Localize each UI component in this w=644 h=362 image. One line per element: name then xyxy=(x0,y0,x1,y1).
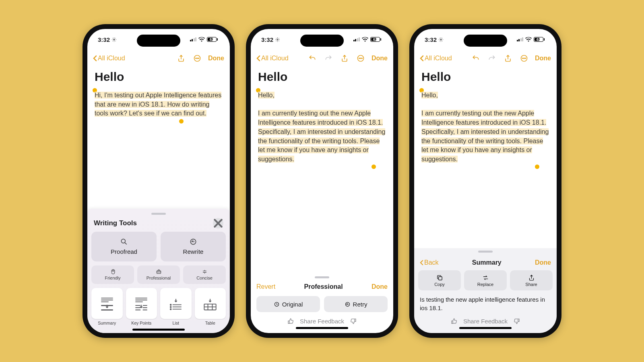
svg-point-21 xyxy=(522,58,523,59)
dynamic-island xyxy=(137,35,180,47)
back-label: All iCloud xyxy=(98,55,125,62)
proofread-button[interactable]: Proofread xyxy=(91,232,157,261)
undo-button[interactable] xyxy=(469,54,483,62)
home-indicator[interactable] xyxy=(296,327,348,329)
location-gear-icon xyxy=(275,37,280,42)
more-button[interactable] xyxy=(354,54,367,62)
sheet-grabber[interactable] xyxy=(151,213,166,215)
replace-button[interactable]: Replace xyxy=(464,270,507,290)
svg-point-10 xyxy=(170,309,171,310)
cell-signal-icon xyxy=(517,37,524,41)
feedback-label[interactable]: Share Feedback xyxy=(463,318,508,325)
retry-button[interactable]: Retry xyxy=(324,296,388,312)
share-button[interactable]: Share xyxy=(510,270,553,290)
summary-icon xyxy=(98,294,116,312)
note-title[interactable]: Hello xyxy=(421,70,549,84)
status-time: 3:32 xyxy=(98,36,110,43)
svg-point-12 xyxy=(277,39,278,40)
done-button[interactable]: Done xyxy=(372,283,388,290)
svg-rect-24 xyxy=(438,276,442,280)
done-button[interactable]: Done xyxy=(533,55,551,62)
more-button[interactable] xyxy=(517,54,531,62)
svg-point-4 xyxy=(198,58,199,59)
svg-point-5 xyxy=(121,239,125,243)
back-button[interactable]: All iCloud xyxy=(93,55,125,62)
wifi-icon xyxy=(362,37,368,42)
share-icon xyxy=(504,54,512,62)
copy-button[interactable]: Copy xyxy=(418,270,461,290)
chevron-left-icon xyxy=(420,260,423,265)
status-time: 3:32 xyxy=(261,36,273,43)
note-selection[interactable]: Hello, I am currently testing out the ne… xyxy=(258,91,386,164)
clock-icon xyxy=(274,301,280,307)
thumbs-up-icon[interactable] xyxy=(287,318,294,325)
done-button[interactable]: Done xyxy=(206,55,224,62)
share-icon xyxy=(528,274,535,281)
back-label: All iCloud xyxy=(425,55,452,62)
battery-indicator: 62 xyxy=(370,37,381,42)
ellipsis-circle-icon xyxy=(357,54,365,62)
sheet-grabber[interactable] xyxy=(478,251,493,253)
svg-point-3 xyxy=(197,58,198,59)
tone-professional-button[interactable]: Professional xyxy=(137,265,180,284)
thumbs-down-icon[interactable] xyxy=(513,318,520,325)
transform-keypoints-button[interactable]: Key Points xyxy=(126,288,157,327)
note-selection[interactable]: Hello, I am currently testing out the ne… xyxy=(421,91,549,164)
more-button[interactable] xyxy=(190,54,204,62)
cell-signal-icon xyxy=(353,37,360,41)
tone-concise-button[interactable]: Concise xyxy=(183,265,226,284)
phone-writing-tools: 3:32 62 All iCloud xyxy=(83,24,235,338)
done-button[interactable]: Done xyxy=(370,55,388,62)
home-indicator[interactable] xyxy=(132,329,185,331)
feedback-row: Share Feedback xyxy=(256,318,388,325)
note-body[interactable]: Hello, I am currently testing out the ne… xyxy=(258,92,385,162)
back-button[interactable]: All iCloud xyxy=(420,55,452,62)
revert-button[interactable]: Revert xyxy=(256,283,275,290)
note-title[interactable]: Hello xyxy=(95,70,223,84)
share-icon xyxy=(177,54,185,62)
done-button[interactable]: Done xyxy=(535,259,551,266)
feedback-label[interactable]: Share Feedback xyxy=(300,318,344,325)
transform-list-button[interactable]: List xyxy=(160,288,192,327)
notes-nav-bar: All iCloud Done xyxy=(414,50,557,67)
note-selection[interactable]: Hi, I'm testing out Apple Intelligence f… xyxy=(95,91,223,118)
chevron-left-icon xyxy=(93,55,97,62)
note-title[interactable]: Hello xyxy=(258,70,386,84)
undo-icon xyxy=(472,54,480,62)
svg-point-9 xyxy=(170,306,171,308)
phone-summary: 3:32 62 All iCloud Done Hello xyxy=(409,24,561,338)
thumbs-down-icon[interactable] xyxy=(350,318,357,325)
summary-footer: Back Summary Done Copy Replace Share xyxy=(414,248,557,333)
result-footer: Revert Professional Done Original Retry … xyxy=(251,273,393,333)
close-button[interactable] xyxy=(213,218,223,228)
sheet-grabber[interactable] xyxy=(315,276,329,278)
undo-button[interactable] xyxy=(305,54,319,62)
home-indicator[interactable] xyxy=(459,327,512,329)
svg-point-23 xyxy=(525,58,526,59)
list-icon xyxy=(167,294,185,312)
rewrite-button[interactable]: Rewrite xyxy=(161,232,226,261)
ellipsis-circle-icon xyxy=(520,54,528,62)
original-button[interactable]: Original xyxy=(256,296,320,312)
wifi-icon xyxy=(198,37,205,42)
back-button[interactable]: Back xyxy=(420,259,439,266)
redo-button xyxy=(485,54,499,62)
share-button[interactable] xyxy=(174,54,188,62)
tone-friendly-button[interactable]: Friendly xyxy=(91,265,134,284)
notes-nav-bar: All iCloud Done xyxy=(251,50,393,67)
feedback-row: Share Feedback xyxy=(414,318,557,325)
keypoints-icon xyxy=(132,294,150,312)
svg-point-14 xyxy=(359,58,360,59)
back-button[interactable]: All iCloud xyxy=(256,55,289,62)
magnifier-icon xyxy=(120,238,128,246)
transform-summary-button[interactable]: Summary xyxy=(91,288,123,327)
table-icon xyxy=(201,294,219,312)
share-button[interactable] xyxy=(501,54,515,62)
share-button[interactable] xyxy=(338,54,351,62)
thumbs-up-icon[interactable] xyxy=(451,318,458,325)
note-body[interactable]: Hi, I'm testing out Apple Intelligence f… xyxy=(95,92,221,117)
hand-wave-icon xyxy=(110,269,116,275)
transform-table-button[interactable]: Table xyxy=(195,288,226,327)
share-icon xyxy=(341,54,349,62)
note-body[interactable]: Hello, I am currently testing out the ne… xyxy=(421,92,549,162)
